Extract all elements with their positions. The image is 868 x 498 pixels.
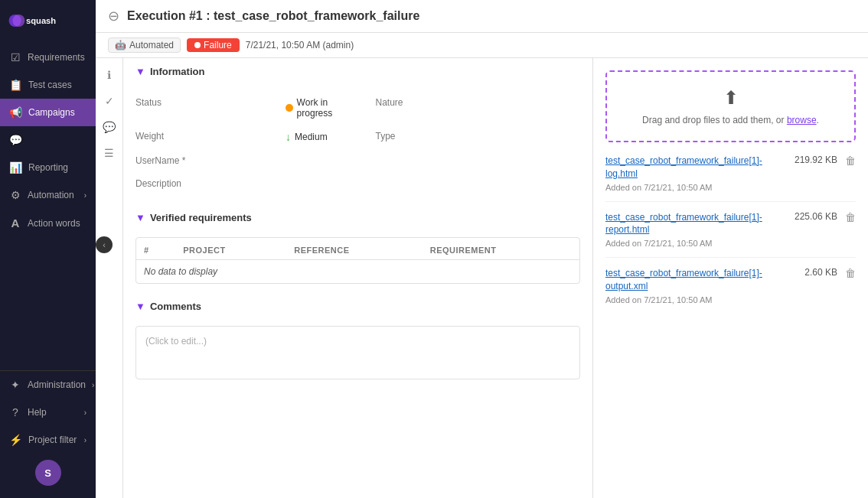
testcases-icon: 📋 (9, 79, 22, 91)
file-name-1[interactable]: test_case_robot_framework_failure[1]-rep… (605, 211, 787, 237)
logo[interactable]: squash (0, 0, 96, 44)
file-meta-2: Added on 7/21/21, 10:50 AM (605, 295, 797, 304)
file-size-0: 219.92 KB (795, 155, 837, 165)
type-label: Type (376, 128, 491, 146)
weight-value: ↓ Medium (286, 128, 364, 146)
sidebar-item-messages[interactable]: 💬 (0, 126, 96, 154)
sidebar-item-requirements[interactable]: ☑ Requirements (0, 44, 96, 71)
sidebar-item-automation[interactable]: ⚙ Automation › (0, 181, 96, 209)
file-name-2[interactable]: test_case_robot_framework_failure[1]-out… (605, 267, 797, 293)
col-project: PROJECT (175, 241, 286, 260)
file-info-1: test_case_robot_framework_failure[1]-rep… (605, 211, 787, 249)
sidebar-item-actionwords[interactable]: A Action words (0, 209, 96, 237)
chevron-right-icon: › (92, 381, 94, 389)
sidebar-item-label: Campaigns (28, 107, 75, 118)
failure-badge[interactable]: Failure (187, 38, 240, 52)
file-size-2: 2.60 KB (804, 267, 837, 278)
file-info-0: test_case_robot_framework_failure[1]-log… (605, 155, 787, 192)
no-data-cell: No data to display (136, 260, 579, 284)
avatar[interactable]: S (35, 460, 61, 486)
req-table-wrap: # PROJECT REFERENCE REQUIREMENT No data … (135, 237, 580, 284)
chevron-right-icon: › (84, 191, 86, 200)
col-reference: REFERENCE (286, 241, 423, 260)
description-extra (503, 152, 581, 169)
weight-label: Weight (135, 128, 273, 146)
file-list: test_case_robot_framework_failure[1]-log… (605, 155, 856, 323)
nature-value (503, 94, 581, 122)
file-name-0[interactable]: test_case_robot_framework_failure[1]-log… (605, 155, 787, 181)
side-icons: ℹ ✓ 💬 ☰ (96, 58, 123, 498)
reporting-icon: 📊 (9, 161, 22, 174)
comment-icon[interactable]: 💬 (99, 116, 120, 138)
sidebar-item-label: Help (28, 407, 47, 418)
comments-section-label: Comments (150, 301, 201, 312)
sidebar-item-label: Reporting (28, 162, 68, 173)
messages-icon: 💬 (9, 134, 22, 146)
file-item-2: test_case_robot_framework_failure[1]-out… (605, 267, 856, 314)
req-table-head: # PROJECT REFERENCE REQUIREMENT (136, 241, 579, 260)
chevron-down-icon: ▼ (135, 301, 145, 312)
sidebar-item-reporting[interactable]: 📊 Reporting (0, 154, 96, 181)
sidebar-item-help[interactable]: ? Help › (0, 399, 96, 426)
sidebar-item-label: Test cases (28, 80, 72, 90)
svg-point-1 (12, 15, 24, 27)
sidebar-collapse-button[interactable]: ‹ (96, 236, 113, 253)
right-panel: ⬆ Drag and drop files to add them, or br… (592, 58, 868, 498)
sidebar-item-label: Automation (28, 190, 74, 200)
page-title: Execution #1 : test_case_robot_framework… (127, 9, 419, 23)
actionwords-icon: A (9, 216, 21, 229)
description-field-label: Description (135, 175, 273, 192)
col-hash: # (136, 241, 175, 260)
requirements-icon: ☑ (9, 51, 21, 63)
file-delete-0[interactable]: 🗑 (845, 155, 856, 167)
table-row-no-data: No data to display (136, 260, 579, 284)
back-button[interactable]: ⊖ (108, 8, 119, 24)
sidebar-bottom: ✦ Administration › ? Help › ⚡ Project fi… (0, 370, 96, 498)
sidebar-item-label: Administration (28, 379, 86, 390)
description-field-value (286, 175, 364, 192)
svg-text:squash: squash (26, 16, 56, 25)
status-dot (286, 104, 293, 112)
automated-label: Automated (129, 40, 174, 50)
weight-arrow-icon: ↓ (286, 131, 291, 143)
main-content: ⊖ Execution #1 : test_case_robot_framewo… (96, 0, 868, 498)
comments-section: ▼ Comments (Click to edit...) (123, 293, 592, 389)
automated-badge: 🤖 Automated (108, 37, 181, 53)
sidebar-item-administration[interactable]: ✦ Administration › (0, 371, 96, 399)
sidebar-item-label: Requirements (28, 52, 85, 63)
verified-requirements-section: ▼ Verified requirements # PROJECT REFERE… (123, 204, 592, 293)
failure-label: Failure (204, 40, 232, 50)
toolbar-date: 7/21/21, 10:50 AM (admin) (246, 40, 354, 50)
nature-label: Nature (376, 94, 491, 122)
file-delete-1[interactable]: 🗑 (845, 211, 856, 223)
file-item-1: test_case_robot_framework_failure[1]-rep… (605, 211, 856, 259)
comments-section-header[interactable]: ▼ Comments (123, 293, 592, 320)
status-value: Work in progress (286, 94, 364, 122)
upload-zone[interactable]: ⬆ Drag and drop files to add them, or br… (605, 70, 856, 142)
sidebar-item-testcases[interactable]: 📋 Test cases (0, 71, 96, 99)
information-section-header[interactable]: ▼ Information (123, 58, 592, 85)
file-meta-1: Added on 7/21/21, 10:50 AM (605, 239, 787, 248)
chevron-right-icon: › (84, 436, 86, 444)
username-value (286, 152, 364, 169)
main-scrollable: ▼ Information Status Work in progress Na… (123, 58, 592, 498)
failure-dot (194, 42, 201, 48)
check-icon[interactable]: ✓ (99, 90, 120, 112)
info-icon[interactable]: ℹ (99, 64, 120, 86)
comment-box[interactable]: (Click to edit...) (135, 326, 580, 379)
sidebar-item-campaigns[interactable]: 📢 Campaigns (0, 99, 96, 126)
list-icon[interactable]: ☰ (99, 142, 120, 164)
toolbar: 🤖 Automated Failure 7/21/21, 10:50 AM (a… (96, 33, 868, 58)
page-header: ⊖ Execution #1 : test_case_robot_framewo… (96, 0, 868, 33)
sidebar-item-projectfilter[interactable]: ⚡ Project filter › (0, 426, 96, 454)
verified-req-section-header[interactable]: ▼ Verified requirements (123, 204, 592, 231)
browse-link[interactable]: browse (787, 115, 817, 125)
sidebar-item-label: Action words (28, 218, 80, 229)
information-section-body: Status Work in progress Nature Weight ↓ … (123, 85, 592, 204)
file-item-0: test_case_robot_framework_failure[1]-log… (605, 155, 856, 202)
sidebar-nav: ☑ Requirements 📋 Test cases 📢 Campaigns … (0, 44, 96, 370)
comments-section-body: (Click to edit...) (123, 320, 592, 389)
file-delete-2[interactable]: 🗑 (845, 267, 856, 279)
file-info-2: test_case_robot_framework_failure[1]-out… (605, 267, 797, 304)
req-table-body: No data to display (136, 260, 579, 284)
